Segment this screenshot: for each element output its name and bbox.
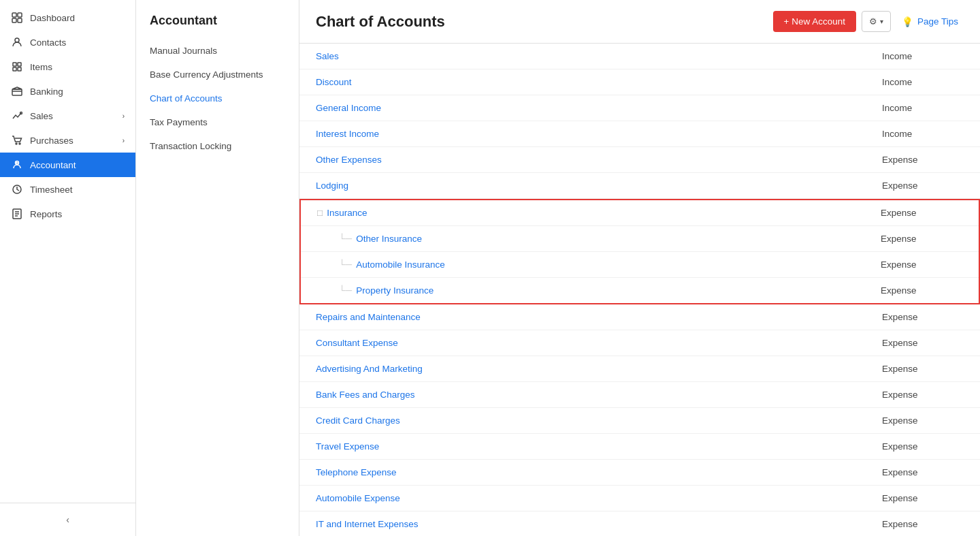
lightbulb-icon: 💡 [902, 16, 913, 27]
main-header: Chart of Accounts + New Account ⚙ ▾ 💡 Pa… [299, 0, 980, 44]
settings-gear-icon: ⚙ [869, 16, 877, 27]
sidebar-label-contacts: Contacts [30, 37, 66, 48]
sidebar-item-items[interactable]: Items [0, 54, 135, 79]
svg-rect-1 [18, 13, 22, 17]
table-row[interactable]: Telephone ExpenseExpense [299, 460, 980, 486]
table-row[interactable]: General IncomeIncome [299, 95, 980, 121]
accounts-table: SalesIncomeDiscountIncomeGeneral IncomeI… [299, 44, 980, 536]
table-row[interactable]: Advertising And MarketingExpense [299, 356, 980, 382]
page-tips-button[interactable]: 💡 Page Tips [896, 12, 964, 32]
svg-rect-7 [13, 67, 16, 71]
sidebar-item-banking[interactable]: Banking [0, 79, 135, 104]
svg-rect-6 [18, 63, 21, 66]
tree-branch-icon: └─ [339, 285, 352, 296]
sub-sidebar-item-chart-accounts[interactable]: Chart of Accounts [136, 86, 299, 110]
sales-icon [11, 110, 23, 122]
table-row[interactable]: DiscountIncome [299, 69, 980, 95]
svg-rect-9 [12, 89, 22, 95]
contacts-icon [11, 36, 23, 48]
sub-sidebar-item-manual-journals[interactable]: Manual Journals [136, 39, 299, 63]
table-row[interactable]: Travel ExpenseExpense [299, 434, 980, 460]
sidebar-label-dashboard: Dashboard [30, 13, 75, 23]
sidebar-item-sales[interactable]: Sales › [0, 104, 135, 128]
main-sidebar: Dashboard Contacts Items [0, 0, 136, 536]
sub-sidebar: Accountant Manual Journals Base Currency… [136, 0, 299, 536]
svg-rect-0 [12, 13, 16, 17]
folder-icon: □ [317, 208, 323, 218]
sidebar-label-reports: Reports [30, 209, 62, 219]
settings-chevron-icon: ▾ [880, 18, 883, 25]
sidebar-item-reports[interactable]: Reports [0, 202, 135, 226]
timesheet-icon [11, 183, 23, 195]
sidebar-bottom: ‹ [0, 503, 135, 536]
table-row[interactable]: └─Other InsuranceExpense [301, 226, 979, 252]
table-row[interactable]: IT and Internet ExpensesExpense [299, 511, 980, 536]
sidebar-item-accountant[interactable]: Accountant [0, 153, 135, 177]
sub-sidebar-item-base-currency[interactable]: Base Currency Adjustments [136, 63, 299, 86]
table-row[interactable]: └─Property InsuranceExpense [301, 278, 979, 303]
sidebar-label-accountant: Accountant [30, 160, 76, 170]
sidebar-nav: Dashboard Contacts Items [0, 0, 135, 503]
tree-branch-icon: └─ [339, 234, 352, 244]
sidebar-item-purchases[interactable]: Purchases › [0, 128, 135, 153]
svg-point-11 [16, 143, 17, 144]
sidebar-label-banking: Banking [30, 86, 63, 97]
dashboard-icon [11, 12, 23, 24]
table-row[interactable]: Bank Fees and ChargesExpense [299, 382, 980, 408]
svg-point-12 [19, 143, 20, 144]
table-row[interactable]: SalesIncome [299, 44, 980, 69]
highlighted-group: □InsuranceExpense└─Other InsuranceExpens… [299, 199, 980, 304]
sidebar-label-items: Items [30, 62, 52, 72]
table-row[interactable]: Interest IncomeIncome [299, 121, 980, 147]
table-row[interactable]: Repairs and MaintenanceExpense [299, 304, 980, 330]
svg-rect-8 [18, 67, 21, 71]
sales-chevron-icon: › [122, 112, 125, 120]
sidebar-label-sales: Sales [30, 111, 53, 121]
sidebar-item-contacts[interactable]: Contacts [0, 30, 135, 54]
new-account-button[interactable]: + New Account [773, 11, 856, 32]
table-row[interactable]: └─Automobile InsuranceExpense [301, 252, 979, 278]
table-row[interactable]: □InsuranceExpense [301, 200, 979, 226]
svg-rect-3 [18, 18, 22, 22]
purchases-icon [11, 134, 23, 146]
header-actions: + New Account ⚙ ▾ 💡 Page Tips [773, 11, 964, 32]
sidebar-label-purchases: Purchases [30, 136, 74, 146]
sub-sidebar-item-tax-payments[interactable]: Tax Payments [136, 110, 299, 134]
table-row[interactable]: Other ExpensesExpense [299, 147, 980, 173]
sidebar-item-timesheet[interactable]: Timesheet [0, 177, 135, 202]
svg-rect-5 [13, 63, 16, 66]
table-row[interactable]: Credit Card ChargesExpense [299, 408, 980, 434]
sidebar-label-timesheet: Timesheet [30, 185, 73, 195]
table-row[interactable]: Automobile ExpenseExpense [299, 486, 980, 511]
purchases-chevron-icon: › [122, 137, 125, 144]
page-title: Chart of Accounts [316, 13, 773, 31]
tree-branch-icon: └─ [339, 259, 352, 270]
sidebar-item-dashboard[interactable]: Dashboard [0, 5, 135, 30]
items-icon [11, 61, 23, 73]
main-content: Chart of Accounts + New Account ⚙ ▾ 💡 Pa… [299, 0, 980, 536]
table-row[interactable]: Consultant ExpenseExpense [299, 330, 980, 356]
sub-sidebar-title: Accountant [136, 0, 299, 39]
svg-point-4 [15, 38, 19, 42]
page-tips-label: Page Tips [917, 16, 958, 27]
svg-rect-2 [12, 18, 16, 22]
sub-sidebar-item-transaction-locking[interactable]: Transaction Locking [136, 134, 299, 158]
banking-icon [11, 85, 23, 97]
table-row[interactable]: LodgingExpense [299, 173, 980, 199]
accountant-icon [11, 159, 23, 171]
settings-button[interactable]: ⚙ ▾ [862, 11, 891, 32]
reports-icon [11, 208, 23, 220]
collapse-button[interactable]: ‹ [0, 509, 135, 531]
